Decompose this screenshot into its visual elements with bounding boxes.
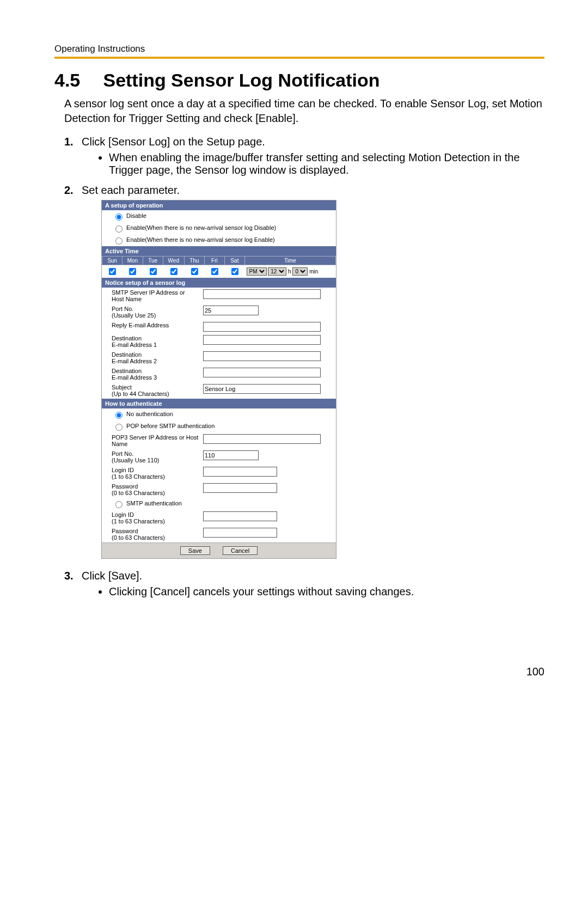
day-check-mon[interactable] [129, 268, 136, 275]
pwd-sublabel: (0 to 63 Characters) [112, 490, 165, 496]
login-sublabel: (1 to 63 Characters) [112, 473, 165, 480]
intro-paragraph: A sensor log sent once a day at a specif… [64, 96, 544, 126]
step-bullet: When enabling the image/buffer transfer … [109, 151, 544, 176]
day-header: Mon [122, 257, 143, 265]
pop3-label: POP3 Server IP Address or Host Name [102, 432, 201, 449]
operation-enable-disable-radio[interactable] [115, 225, 122, 233]
login-label: Login ID [112, 467, 134, 473]
dest2-input[interactable] [203, 351, 321, 361]
step-text: Click [Save]. [82, 570, 142, 582]
step-2: 2. Set each parameter. A setup of operat… [64, 184, 544, 564]
smtp-input[interactable] [203, 289, 321, 299]
step-number: 2. [64, 184, 82, 564]
dest1-label: E-mail Address 1 [112, 341, 157, 348]
operation-enable-enable-label: Enable(When there is no new-arrival sens… [126, 236, 275, 243]
auth-pop-radio[interactable] [115, 424, 122, 431]
port-sublabel: (Usually Use 25) [112, 312, 156, 319]
auth-header: How to authenticate [102, 399, 336, 408]
notice-header: Notice setup of a sensor log [102, 278, 336, 288]
smtp-login-input[interactable] [203, 511, 277, 521]
active-time-header: Active Time [102, 246, 336, 256]
smtp-pwd-input[interactable] [203, 528, 277, 538]
day-check-sat[interactable] [231, 268, 238, 275]
step-number: 1. [64, 136, 82, 179]
pop3-input[interactable] [203, 434, 321, 444]
save-button[interactable]: Save [180, 546, 210, 555]
step-bullet: Clicking [Cancel] cancels your settings … [109, 585, 544, 598]
page-number: 100 [54, 666, 544, 678]
auth-smtp-radio[interactable] [115, 501, 122, 508]
smtp-label: SMTP Server IP Address or Host Name [102, 288, 201, 304]
dest-label: Destination [112, 368, 142, 374]
pop3-port-label: Port No. [112, 450, 133, 457]
dest3-input[interactable] [203, 368, 321, 377]
pop-pwd-input[interactable] [203, 483, 277, 493]
step-3: 3. Click [Save]. Clicking [Cancel] cance… [64, 570, 544, 600]
day-header: Wed [163, 257, 184, 265]
pwd-label: Password [112, 528, 138, 534]
time-header: Time [245, 257, 336, 265]
auth-none-label: No authentication [126, 411, 173, 417]
day-check-sun[interactable] [109, 268, 116, 275]
auth-smtp-label: SMTP authentication [126, 500, 182, 507]
operation-enable-disable-label: Enable(When there is no new-arrival sens… [126, 224, 276, 231]
dest-label: Destination [112, 351, 142, 358]
reply-label: Reply E-mail Address [102, 320, 201, 333]
day-header: Tue [143, 257, 163, 265]
login-sublabel: (1 to 63 Characters) [112, 518, 165, 524]
pwd-sublabel: (0 to 63 Characters) [112, 534, 165, 541]
day-check-fri[interactable] [211, 268, 218, 275]
operation-enable-enable-radio[interactable] [115, 237, 122, 245]
dest-label: Destination [112, 335, 142, 341]
cancel-button[interactable]: Cancel [223, 546, 258, 555]
subject-label: Subject [112, 384, 132, 391]
operation-disable-radio[interactable] [115, 213, 122, 221]
min-label: min [309, 269, 318, 274]
reply-input[interactable] [203, 322, 321, 332]
h-label: h [288, 269, 291, 274]
setup-header: A setup of operation [102, 200, 336, 210]
pwd-label: Password [112, 483, 138, 490]
step-number: 3. [64, 570, 82, 600]
step-1: 1. Click [Sensor Log] on the Setup page.… [64, 136, 544, 179]
port-label: Port No. [112, 306, 133, 312]
day-check-thu[interactable] [191, 268, 198, 275]
dest1-input[interactable] [203, 335, 321, 345]
step-text: Set each parameter. [82, 184, 180, 196]
pop-login-input[interactable] [203, 467, 277, 477]
ampm-select[interactable]: PM [247, 267, 267, 276]
section-number: 4.5 [54, 70, 98, 91]
pop3-port-sublabel: (Usually Use 110) [112, 457, 159, 463]
header-name: Operating Instructions [54, 44, 544, 54]
port-input[interactable] [203, 306, 259, 315]
step-text: Click [Sensor Log] on the Setup page. [82, 136, 265, 148]
operation-disable-label: Disable [126, 212, 146, 219]
day-header: Sat [224, 257, 244, 265]
subject-sublabel: (Up to 44 Characters) [112, 391, 169, 397]
auth-pop-label: POP before SMTP authentication [126, 423, 215, 429]
hour-select[interactable]: 12 [268, 267, 286, 276]
settings-panel: A setup of operation Disable Enable(When… [101, 200, 336, 559]
pop3-port-input[interactable] [203, 450, 259, 460]
subject-input[interactable] [203, 384, 321, 394]
day-header: Sun [102, 257, 122, 265]
day-check-tue[interactable] [150, 268, 157, 275]
section-heading: Setting Sensor Log Notification [103, 70, 379, 90]
dest3-label: E-mail Address 3 [112, 374, 157, 381]
min-select[interactable]: 0 [292, 267, 308, 276]
day-header: Thu [184, 257, 204, 265]
active-time-table: Sun Mon Tue Wed Thu Fri Sat Time [102, 256, 336, 278]
login-label: Login ID [112, 511, 134, 518]
section-title: 4.5 Setting Sensor Log Notification [54, 70, 544, 91]
day-header: Fri [204, 257, 224, 265]
day-check-wed[interactable] [170, 268, 177, 275]
header-rule [54, 57, 544, 59]
auth-none-radio[interactable] [115, 412, 122, 419]
dest2-label: E-mail Address 2 [112, 358, 157, 364]
